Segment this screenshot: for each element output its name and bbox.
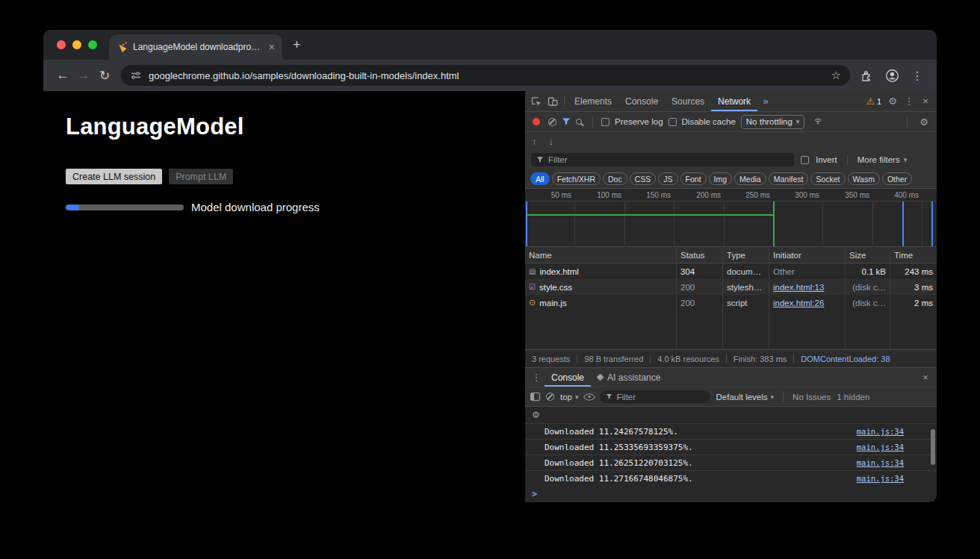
minimize-window-button[interactable] [72, 40, 81, 49]
zoom-window-button[interactable] [88, 40, 97, 49]
initiator-link[interactable]: index.html:26 [773, 299, 824, 307]
log-levels-dropdown[interactable]: Default levels ▾ [716, 393, 775, 402]
devtools-panel: Elements Console Sources Network » ⚠ 1 ⚙… [525, 91, 937, 502]
message-source-link[interactable]: main.js:34 [857, 458, 904, 467]
drawer-close-icon[interactable]: × [917, 369, 934, 386]
toolbar-right: ⋮ [856, 69, 928, 83]
table-row[interactable]: ▤index.html 304 docum… Other 0.1 kB 243 … [525, 263, 937, 279]
console-prompt[interactable]: > [525, 486, 937, 502]
timeline-labels: 50 ms 100 ms 150 ms 200 ms 250 ms 300 ms… [525, 189, 937, 202]
console-filter-input[interactable]: Filter [600, 390, 710, 403]
request-initiator: Other [769, 263, 845, 279]
extensions-icon[interactable] [860, 69, 873, 82]
drawer-tab-console[interactable]: Console [545, 368, 591, 387]
drawer-tabbar: ⋮ Console AI assistance × [525, 368, 937, 387]
context-value: top [560, 393, 572, 402]
network-filter-input[interactable]: Filter [531, 153, 794, 166]
prompt-llm-button[interactable]: Prompt LLM [169, 169, 233, 184]
clear-network-log-icon[interactable] [548, 118, 556, 126]
devtools-close-icon[interactable]: × [917, 93, 934, 110]
console-scrollbar-thumb[interactable] [931, 429, 935, 465]
throttling-select[interactable]: No throttling ▾ [741, 115, 805, 129]
network-settings-gear-icon[interactable]: ⚙ [916, 113, 932, 130]
initiator-link[interactable]: index.html:13 [773, 283, 824, 292]
request-type: script [722, 295, 769, 310]
search-icon[interactable] [576, 119, 582, 125]
tab-close-icon[interactable]: × [269, 41, 275, 53]
table-row[interactable]: ⊙main.js 200 script index.html:26 (disk … [525, 295, 937, 310]
chip-doc[interactable]: Doc [603, 172, 627, 185]
table-row[interactable]: ☑style.css 200 stylesh… index.html:13 (d… [525, 279, 937, 295]
device-toolbar-icon[interactable] [545, 93, 561, 110]
create-llm-session-button[interactable]: Create LLM session [66, 169, 162, 184]
message-source-link[interactable]: main.js:34 [857, 443, 904, 452]
drawer-tab-ai-assistance[interactable]: AI assistance [591, 368, 667, 387]
clear-console-icon[interactable] [546, 393, 554, 401]
more-filters-dropdown[interactable]: More filters ▾ [858, 155, 907, 164]
inspect-icon[interactable] [528, 93, 545, 110]
tab-sources[interactable]: Sources [665, 91, 711, 111]
filter-toggle-icon[interactable] [562, 117, 571, 126]
more-tabs-icon[interactable]: » [757, 93, 774, 110]
browser-window: LanguageModel downloadpro… × + ← → ↻ goo… [43, 30, 937, 502]
devtools-settings-gear-icon[interactable]: ⚙ [884, 93, 901, 110]
column-type[interactable]: Type [722, 247, 769, 263]
invert-checkbox[interactable] [801, 156, 809, 164]
reload-icon[interactable]: ↻ [94, 65, 115, 86]
chip-media[interactable]: Media [734, 172, 766, 185]
devtools-menu-icon[interactable]: ⋮ [901, 93, 917, 110]
drawer-menu-icon[interactable]: ⋮ [528, 369, 545, 386]
context-selector[interactable]: top ▾ [560, 393, 579, 402]
chip-all[interactable]: All [530, 172, 550, 185]
site-info-icon[interactable] [130, 70, 142, 81]
column-size[interactable]: Size [845, 247, 890, 263]
live-expression-eye-icon[interactable] [583, 390, 595, 403]
tab-network[interactable]: Network [711, 91, 757, 111]
message-text: Downloaded 11.27166748046875%. [545, 474, 693, 484]
bookmark-star-icon[interactable]: ☆ [831, 69, 841, 82]
profile-avatar-icon[interactable] [885, 69, 899, 83]
chip-css[interactable]: CSS [630, 172, 657, 185]
message-source-link[interactable]: main.js:34 [857, 474, 904, 483]
timeline-label: 100 ms [597, 191, 621, 199]
network-overview-timeline[interactable]: 50 ms 100 ms 150 ms 200 ms 250 ms 300 ms… [525, 189, 937, 247]
gridline [872, 202, 873, 246]
message-source-link[interactable]: main.js:34 [857, 427, 904, 436]
address-bar[interactable]: googlechrome.github.io/samples/downloadi… [121, 65, 850, 86]
chip-fetch-xhr[interactable]: Fetch/XHR [552, 172, 601, 185]
no-issues-link[interactable]: No Issues [793, 393, 831, 402]
chip-wasm[interactable]: Wasm [848, 172, 880, 185]
browser-tab[interactable]: LanguageModel downloadpro… × [109, 34, 282, 60]
column-status[interactable]: Status [676, 247, 722, 263]
chip-img[interactable]: Img [709, 172, 733, 185]
message-text: Downloaded 11.25335693359375%. [545, 443, 693, 452]
tab-elements[interactable]: Elements [568, 91, 618, 111]
record-network-log-icon[interactable] [533, 118, 540, 125]
preserve-log-checkbox[interactable] [601, 118, 610, 126]
tab-console[interactable]: Console [618, 91, 665, 111]
chip-font[interactable]: Font [680, 172, 707, 185]
hidden-messages-count[interactable]: 1 hidden [837, 393, 869, 402]
console-sidebar-icon[interactable] [530, 393, 540, 401]
chip-manifest[interactable]: Manifest [769, 172, 809, 185]
new-tab-button[interactable]: + [293, 38, 301, 51]
chip-socket[interactable]: Socket [810, 172, 845, 185]
export-har-icon[interactable]: ↓ [549, 136, 554, 147]
chip-js[interactable]: JS [658, 172, 677, 185]
issues-badge[interactable]: ⚠ 1 [863, 96, 884, 107]
back-icon[interactable]: ← [52, 65, 73, 86]
request-status: 200 [676, 279, 722, 295]
import-har-icon[interactable]: ↑ [532, 136, 537, 147]
chip-other[interactable]: Other [882, 172, 912, 185]
console-settings-gear-icon[interactable]: ⚙ [532, 410, 540, 419]
network-conditions-icon[interactable] [810, 113, 826, 130]
browser-menu-icon[interactable]: ⋮ [911, 69, 923, 83]
disable-cache-checkbox[interactable] [669, 118, 677, 126]
console-message: Downloaded 11.24267578125%. main.js:34 [525, 423, 937, 439]
column-initiator[interactable]: Initiator [769, 247, 845, 263]
forward-icon[interactable]: → [73, 65, 94, 86]
close-window-button[interactable] [57, 40, 66, 49]
request-status: 200 [676, 295, 722, 310]
column-name[interactable]: Name [525, 247, 676, 263]
column-time[interactable]: Time [890, 247, 937, 263]
